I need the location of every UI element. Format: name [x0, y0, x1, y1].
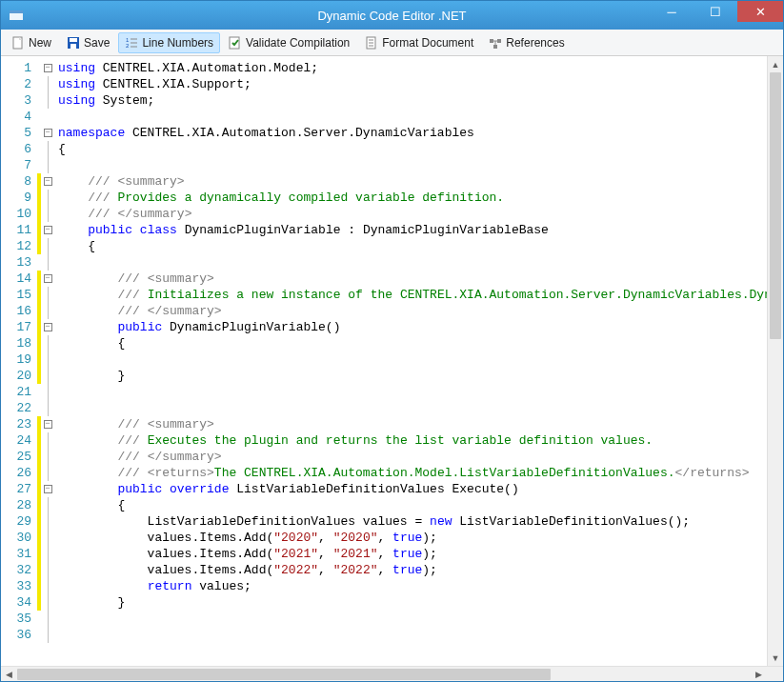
line-number: 23: [10, 416, 31, 432]
code-line[interactable]: /// Initializes a new instance of the CE…: [58, 287, 783, 303]
code-line[interactable]: using CENTREL.XIA.Support;: [58, 76, 783, 92]
fold-guide: [41, 465, 54, 481]
fold-guide: [41, 109, 54, 125]
code-line[interactable]: [58, 611, 783, 627]
fold-guide: [41, 562, 54, 578]
code-line[interactable]: /// <summary>: [58, 173, 783, 190]
code-line[interactable]: [58, 384, 783, 400]
code-line[interactable]: using CENTREL.XIA.Automation.Model;: [58, 60, 783, 76]
fold-guide: [41, 303, 54, 319]
code-line[interactable]: [58, 157, 783, 173]
vscroll-thumb[interactable]: [770, 72, 781, 339]
code-line[interactable]: [58, 400, 783, 416]
code-line[interactable]: public class DynamicPluginVariable : Dyn…: [58, 222, 783, 238]
code-line[interactable]: /// <returns>The CENTREL.XIA.Automation.…: [58, 465, 783, 481]
code-line[interactable]: /// <summary>: [58, 271, 783, 287]
window-controls: ─ ☐ ✕: [650, 1, 783, 30]
line-number-gutter: 1234567891011121314151617181920212223242…: [1, 56, 37, 666]
vscroll-track[interactable]: [768, 72, 783, 650]
horizontal-scrollbar[interactable]: ◀ ▶: [1, 666, 783, 682]
line-numbers-button[interactable]: 12 Line Numbers: [118, 32, 220, 53]
code-line[interactable]: /// </summary>: [58, 303, 783, 319]
line-number: 13: [10, 254, 31, 271]
code-line[interactable]: /// </summary>: [58, 206, 783, 222]
fold-guide: [41, 384, 54, 400]
scroll-left-icon[interactable]: ◀: [1, 667, 17, 682]
line-number: 10: [10, 206, 31, 222]
code-line[interactable]: values.Items.Add("2020", "2020", true);: [58, 530, 783, 546]
titlebar[interactable]: Dynamic Code Editor .NET ─ ☐ ✕: [1, 1, 783, 30]
close-button[interactable]: ✕: [737, 1, 783, 22]
fold-toggle[interactable]: −: [41, 125, 54, 141]
code-line[interactable]: {: [58, 497, 783, 513]
code-line[interactable]: return values;: [58, 578, 783, 594]
editor-area: 1234567891011121314151617181920212223242…: [1, 56, 783, 666]
code-line[interactable]: /// Executes the plugin and returns the …: [58, 432, 783, 449]
fold-toggle[interactable]: −: [41, 222, 54, 238]
code-line[interactable]: /// Provides a dynamically compiled vari…: [58, 190, 783, 206]
fold-toggle[interactable]: −: [41, 271, 54, 287]
code-line[interactable]: [58, 109, 783, 125]
line-number: 29: [10, 513, 31, 530]
fold-guide: [41, 157, 54, 173]
code-line[interactable]: {: [58, 335, 783, 351]
svg-rect-11: [230, 37, 239, 49]
code-line[interactable]: [58, 254, 783, 271]
validate-button[interactable]: Validate Compilation: [222, 32, 356, 53]
fold-column[interactable]: −−−−−−−−: [41, 56, 54, 666]
code-line[interactable]: [58, 351, 783, 368]
fold-guide: [41, 238, 54, 254]
fold-toggle[interactable]: −: [41, 319, 54, 335]
maximize-button[interactable]: ☐: [694, 1, 737, 22]
save-button[interactable]: Save: [60, 32, 116, 53]
code-content[interactable]: using CENTREL.XIA.Automation.Model;using…: [54, 56, 783, 666]
new-button[interactable]: New: [5, 32, 58, 53]
fold-guide: [41, 546, 54, 562]
fold-toggle[interactable]: −: [41, 173, 54, 190]
hscroll-thumb[interactable]: [17, 669, 551, 680]
vertical-scrollbar[interactable]: ▲ ▼: [767, 56, 783, 666]
fold-toggle[interactable]: −: [41, 416, 54, 432]
scroll-right-icon[interactable]: ▶: [751, 667, 767, 682]
code-line[interactable]: values.Items.Add("2021", "2021", true);: [58, 546, 783, 562]
code-line[interactable]: [58, 627, 783, 643]
code-line[interactable]: }: [58, 594, 783, 611]
fold-toggle[interactable]: −: [41, 60, 54, 76]
code-line[interactable]: namespace CENTREL.XIA.Automation.Server.…: [58, 125, 783, 141]
svg-rect-17: [497, 39, 501, 43]
code-line[interactable]: public override ListVariableDefinitionVa…: [58, 481, 783, 497]
format-button[interactable]: Format Document: [358, 32, 480, 53]
code-editor[interactable]: 1234567891011121314151617181920212223242…: [1, 56, 783, 666]
line-number: 5: [10, 125, 31, 141]
code-line[interactable]: using System;: [58, 92, 783, 109]
scroll-down-icon[interactable]: ▼: [768, 650, 783, 666]
code-line[interactable]: ListVariableDefinitionValues values = ne…: [58, 513, 783, 530]
fold-guide: [41, 611, 54, 627]
line-number: 18: [10, 335, 31, 351]
fold-guide: [41, 351, 54, 368]
references-button[interactable]: References: [482, 32, 571, 53]
line-number: 2: [10, 76, 31, 92]
code-line[interactable]: }: [58, 368, 783, 384]
scroll-up-icon[interactable]: ▲: [768, 56, 783, 72]
fold-guide: [41, 141, 54, 157]
save-label: Save: [84, 36, 110, 50]
validate-icon: [229, 36, 242, 50]
code-line[interactable]: {: [58, 238, 783, 254]
code-line[interactable]: /// </summary>: [58, 449, 783, 465]
line-number: 27: [10, 481, 31, 497]
code-line[interactable]: /// <summary>: [58, 416, 783, 432]
minimize-button[interactable]: ─: [650, 1, 694, 22]
line-number: 24: [10, 432, 31, 449]
hscroll-track[interactable]: [17, 667, 751, 682]
code-line[interactable]: public DynamicPluginVariable(): [58, 319, 783, 335]
svg-rect-18: [493, 45, 497, 49]
code-line[interactable]: values.Items.Add("2022", "2022", true);: [58, 562, 783, 578]
references-label: References: [506, 36, 564, 50]
line-number: 3: [10, 92, 31, 109]
svg-text:2: 2: [126, 43, 130, 49]
references-icon: [489, 36, 502, 50]
code-line[interactable]: {: [58, 141, 783, 157]
fold-guide: [41, 190, 54, 206]
fold-toggle[interactable]: −: [41, 481, 54, 497]
